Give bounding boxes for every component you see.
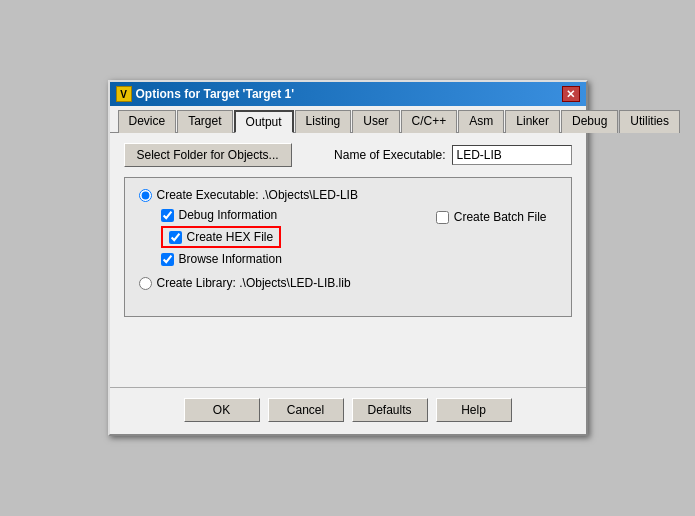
create-batch-label: Create Batch File: [454, 210, 547, 224]
create-hex-checkbox[interactable]: [169, 231, 182, 244]
select-folder-button[interactable]: Select Folder for Objects...: [124, 143, 292, 167]
debug-info-row: Debug Information: [139, 208, 282, 222]
browse-info-checkbox[interactable]: [161, 253, 174, 266]
debug-info-label: Debug Information: [179, 208, 278, 222]
create-library-row: Create Library: .\Objects\LED-LIB.lib: [139, 276, 557, 290]
tab-listing[interactable]: Listing: [295, 110, 352, 133]
create-hex-label: Create HEX File: [187, 230, 274, 244]
name-exe-row: Name of Executable:: [334, 145, 571, 165]
tab-linker[interactable]: Linker: [505, 110, 560, 133]
options-group: Create Executable: .\Objects\LED-LIB Deb…: [124, 177, 572, 317]
title-bar: V Options for Target 'Target 1' ✕: [110, 82, 586, 106]
spacer: [124, 327, 572, 377]
name-exe-input[interactable]: [452, 145, 572, 165]
tab-cpp[interactable]: C/C++: [401, 110, 458, 133]
help-button[interactable]: Help: [436, 398, 512, 422]
left-checkboxes: Debug Information Create HEX File Browse…: [139, 208, 282, 270]
main-window: V Options for Target 'Target 1' ✕ Device…: [108, 80, 588, 436]
debug-info-checkbox[interactable]: [161, 209, 174, 222]
tab-device[interactable]: Device: [118, 110, 177, 133]
tab-asm[interactable]: Asm: [458, 110, 504, 133]
create-executable-label: Create Executable: .\Objects\LED-LIB: [157, 188, 358, 202]
create-library-radio[interactable]: [139, 277, 152, 290]
tab-utilities[interactable]: Utilities: [619, 110, 680, 133]
create-executable-row: Create Executable: .\Objects\LED-LIB: [139, 188, 557, 202]
tab-bar: Device Target Output Listing User C/C++ …: [110, 106, 586, 133]
tab-output[interactable]: Output: [234, 110, 294, 133]
hex-file-row: Create HEX File: [139, 226, 282, 248]
app-icon: V: [116, 86, 132, 102]
create-executable-radio[interactable]: [139, 189, 152, 202]
create-batch-section: Create Batch File: [436, 208, 557, 224]
cancel-button[interactable]: Cancel: [268, 398, 344, 422]
tab-debug[interactable]: Debug: [561, 110, 618, 133]
window-title: Options for Target 'Target 1': [136, 87, 295, 101]
top-row: Select Folder for Objects... Name of Exe…: [124, 143, 572, 167]
output-tab-content: Select Folder for Objects... Name of Exe…: [110, 133, 586, 387]
hex-highlight-box: Create HEX File: [161, 226, 282, 248]
tab-user[interactable]: User: [352, 110, 399, 133]
tab-target[interactable]: Target: [177, 110, 232, 133]
browse-info-row: Browse Information: [139, 252, 282, 266]
close-button[interactable]: ✕: [562, 86, 580, 102]
name-exe-label: Name of Executable:: [334, 148, 445, 162]
browse-info-label: Browse Information: [179, 252, 282, 266]
title-bar-left: V Options for Target 'Target 1': [116, 86, 295, 102]
bottom-buttons: OK Cancel Defaults Help: [110, 387, 586, 434]
defaults-button[interactable]: Defaults: [352, 398, 428, 422]
create-library-label: Create Library: .\Objects\LED-LIB.lib: [157, 276, 351, 290]
ok-button[interactable]: OK: [184, 398, 260, 422]
create-batch-checkbox[interactable]: [436, 211, 449, 224]
